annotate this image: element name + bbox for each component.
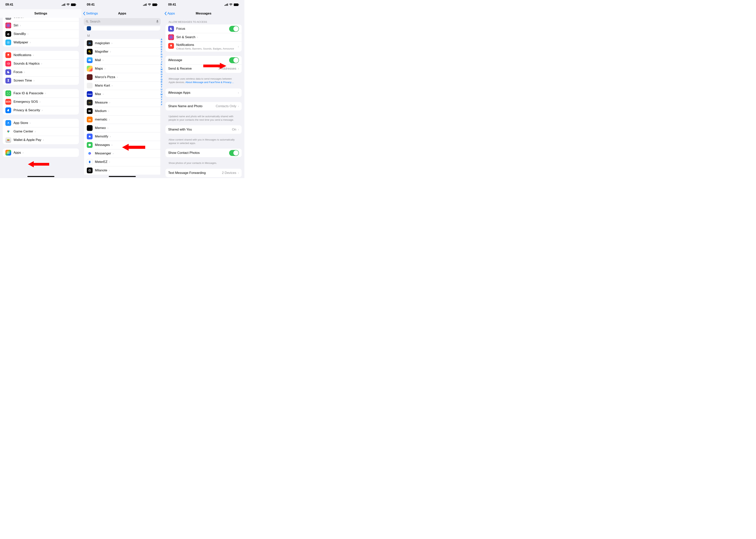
row-app-mail[interactable]: Mail › [84, 56, 160, 64]
row-app-milanote[interactable]: Milanote › [84, 166, 160, 175]
index-letter[interactable]: F [161, 51, 163, 53]
index-letter[interactable]: G [161, 53, 163, 56]
row-app-medium[interactable]: Medium › [84, 107, 160, 115]
index-letter[interactable]: H [161, 56, 163, 58]
row-label: mematic [95, 117, 107, 121]
imessage-group: iMessage Send & Receive 3 Addresses › [165, 56, 242, 73]
row-app-memotify[interactable]: Memotify › [84, 132, 160, 141]
index-letter[interactable]: D [161, 46, 163, 48]
row-app-maps[interactable]: Maps › [84, 64, 160, 73]
row-screentime[interactable]: Screen Time › [3, 76, 79, 85]
section-header: ALLOW MESSAGES TO ACCESS [163, 18, 244, 25]
index-letter[interactable]: A [161, 38, 163, 41]
row-wallet[interactable]: Wallet & Apple Pay › [3, 136, 79, 144]
row-wallpaper[interactable]: Wallpaper › [3, 38, 79, 47]
index-letter[interactable]: K [161, 63, 163, 66]
row-app-magnifier[interactable]: Magnifier › [84, 47, 160, 56]
index-letter[interactable]: M [161, 68, 163, 71]
index-letter[interactable]: # [161, 103, 163, 106]
alphabet-index[interactable]: ABCDEFGHIJKLMNOPQRSTUVWXYZ# [161, 38, 163, 106]
row-app-mematic[interactable]: m mematic › [84, 115, 160, 124]
row-siri-search[interactable]: Siri & Search › [165, 33, 242, 41]
wifi-icon [66, 3, 70, 6]
row-app-messages[interactable]: Messages › [84, 141, 160, 149]
contact-photos-switch[interactable] [229, 150, 239, 156]
index-letter[interactable]: E [161, 48, 163, 51]
row-label: Focus [176, 27, 185, 31]
index-letter[interactable]: T [161, 86, 163, 88]
row-sos[interactable]: SOS Emergency SOS › [3, 98, 79, 106]
row-notifications[interactable]: Notifications Critical Alerts, Banners, … [165, 41, 242, 52]
row-label: Mario Kart [95, 84, 110, 88]
row-focus[interactable]: Focus › [3, 68, 79, 76]
row-notifications[interactable]: Notifications › [3, 51, 79, 59]
index-letter[interactable]: I [161, 58, 163, 61]
row-label: Apps [14, 151, 21, 155]
row-app-messenger[interactable]: Messenger › [84, 149, 160, 158]
row-gamecenter[interactable]: Game Center › [3, 127, 79, 136]
row-imessage-apps[interactable]: iMessage Apps › [165, 89, 242, 97]
row-app-max[interactable]: max Max › [84, 90, 160, 98]
row-app-magicplan[interactable]: m magicplan › [84, 39, 160, 47]
row-siri[interactable]: Siri › [3, 21, 79, 30]
chevron-right-icon: › [238, 67, 239, 71]
row-label: Sounds & Haptics [14, 62, 40, 65]
index-letter[interactable]: J [161, 61, 163, 63]
row-search[interactable]: Search › [3, 18, 79, 21]
standby-icon: ◐ [5, 31, 11, 37]
index-letter[interactable]: X [161, 96, 163, 98]
index-letter[interactable]: S [161, 83, 163, 86]
app-icon [87, 26, 91, 31]
mic-icon[interactable] [156, 20, 159, 23]
back-button[interactable]: Apps [164, 9, 175, 18]
index-letter[interactable]: R [161, 81, 163, 83]
gamecenter-icon [5, 128, 11, 134]
focus-icon [5, 69, 11, 75]
row-label: Show Contact Photos [168, 151, 200, 155]
search-field[interactable]: Search [84, 18, 161, 25]
row-shared-with-you[interactable]: Shared with You On › [165, 125, 242, 134]
row-apps[interactable]: Apps › [3, 148, 79, 157]
index-letter[interactable]: Y [161, 98, 163, 101]
chevron-right-icon: › [108, 109, 109, 113]
row-app-meterez[interactable]: MeterEZ › [84, 158, 160, 166]
index-letter[interactable]: V [161, 91, 163, 93]
index-letter[interactable]: P [161, 76, 163, 78]
app-icon: m [87, 116, 93, 122]
row-app-mariokart[interactable]: Mario Kart › [84, 81, 160, 90]
focus-switch[interactable] [229, 26, 239, 32]
row-sounds[interactable]: Sounds & Haptics › [3, 59, 79, 68]
index-letter[interactable]: B [161, 41, 163, 43]
back-button[interactable]: Settings [83, 9, 98, 18]
privacy-link[interactable]: About iMessage and FaceTime & Privacy… [185, 81, 234, 84]
row-app-measure[interactable]: Measure › [84, 98, 160, 107]
index-letter[interactable]: U [161, 88, 163, 91]
row-privacy[interactable]: Privacy & Security › [3, 106, 79, 115]
row-label: Medium [95, 109, 107, 113]
index-letter[interactable]: W [161, 93, 163, 96]
row-forwarding[interactable]: Text Message Forwarding 2 Devices › [165, 169, 242, 177]
index-letter[interactable]: Z [161, 101, 163, 103]
svg-rect-58 [234, 3, 238, 6]
app-icon [87, 57, 93, 63]
section-footer: Show photos of your contacts in Messages… [163, 160, 244, 166]
row-label: Wallpaper [14, 40, 28, 44]
row-app-memeo[interactable]: Memeo › [84, 124, 160, 132]
row-standby[interactable]: ◐ StandBy › [3, 30, 79, 38]
row-focus[interactable]: Focus [165, 25, 242, 33]
row-appstore[interactable]: App Store › [3, 119, 79, 127]
imessage-switch[interactable] [229, 57, 239, 63]
index-letter[interactable]: N [161, 71, 163, 73]
index-letter[interactable]: Q [161, 78, 163, 81]
app-icon [87, 49, 93, 54]
row-contact-photos[interactable]: Show Contact Photos [165, 149, 242, 157]
row-label: Messenger [95, 152, 111, 155]
index-letter[interactable]: C [161, 43, 163, 46]
row-faceid[interactable]: Face ID & Passcode › [3, 89, 79, 98]
index-letter[interactable]: L [161, 66, 163, 68]
index-letter[interactable]: O [161, 73, 163, 76]
row-send-receive[interactable]: Send & Receive 3 Addresses › [165, 64, 242, 73]
row-imessage[interactable]: iMessage [165, 56, 242, 64]
row-app-marcos[interactable]: Marco's Pizza › [84, 73, 160, 81]
row-share-name[interactable]: Share Name and Photo Contacts Only › [165, 102, 242, 111]
